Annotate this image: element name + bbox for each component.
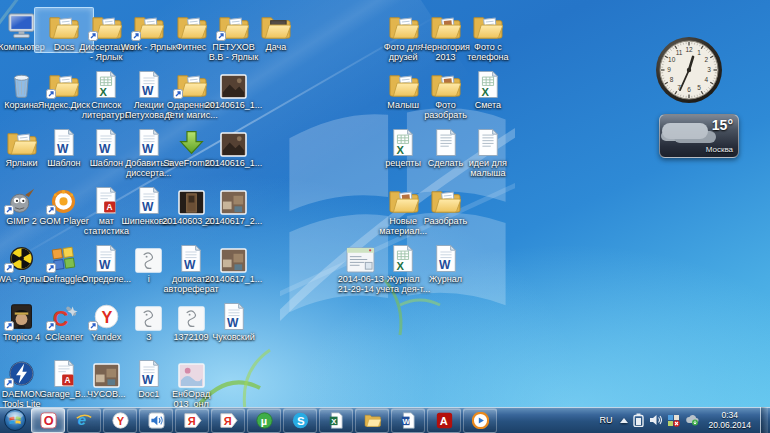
- windows-orb-icon: [4, 409, 26, 431]
- svg-text:A: A: [64, 376, 70, 386]
- svg-text:W: W: [439, 257, 451, 271]
- tray-date: 20.06.2014: [708, 420, 751, 430]
- svg-text:µ: µ: [260, 414, 266, 426]
- taskbar-button-yandex-app[interactable]: Я: [175, 408, 209, 433]
- shortcut-arrow-icon: [46, 89, 56, 99]
- svg-text:2: 2: [705, 56, 709, 63]
- word-icon: W: [417, 240, 475, 273]
- shortcut-arrow-icon: [131, 31, 141, 41]
- taskbar-button-opera[interactable]: O: [31, 408, 65, 433]
- svg-text:W: W: [99, 257, 111, 271]
- svg-text:Y: Y: [101, 307, 112, 325]
- desktop: КомпьютерDocsДиссертация - ЯрлыкWork - Я…: [0, 0, 770, 433]
- svg-text:W: W: [142, 199, 154, 213]
- excel-icon: X: [459, 66, 517, 99]
- volume-icon[interactable]: [649, 414, 662, 426]
- shortcut-arrow-icon: [88, 321, 98, 331]
- desktop-icon-folder-dark[interactable]: Дача: [246, 7, 306, 53]
- battery-icon[interactable]: [633, 413, 644, 427]
- taskbar-button-audio[interactable]: [139, 408, 173, 433]
- svg-text:Я: Я: [187, 414, 195, 426]
- svg-text:1: 1: [697, 49, 701, 56]
- image-dark-icon: [205, 66, 263, 99]
- tray-time: 0:34: [708, 410, 751, 420]
- shortcut-arrow-icon: [4, 205, 14, 215]
- icon-label: Смета: [459, 100, 517, 110]
- shortcut-arrow-icon: [46, 205, 56, 215]
- svg-text:W: W: [57, 142, 69, 156]
- icon-label: Журнал: [417, 274, 475, 284]
- desktop-icon-excel[interactable]: XСмета: [458, 65, 518, 111]
- weather-city: Москва: [706, 145, 733, 154]
- word-icon: W: [205, 298, 263, 331]
- icon-label: 20140616_1...: [205, 100, 263, 110]
- image-photo-icon: [205, 182, 263, 215]
- svg-text:S: S: [296, 414, 304, 426]
- taskbar-button-gom[interactable]: [463, 408, 497, 433]
- taskbar-button-utorrent[interactable]: µ: [247, 408, 281, 433]
- svg-text:X: X: [100, 86, 108, 98]
- taskbar-button-ybrowser[interactable]: Y: [103, 408, 137, 433]
- folder-icon: [459, 8, 517, 41]
- desktop-icon-word[interactable]: WЧуковский: [204, 297, 264, 343]
- shortcut-arrow-icon: [46, 263, 56, 273]
- shortcut-arrow-icon: [4, 378, 14, 388]
- desktop-icon-folder[interactable]: Фото с телефона: [458, 7, 518, 63]
- svg-text:W: W: [403, 416, 411, 425]
- icon-label: Фото с телефона: [459, 42, 517, 62]
- svg-text:12: 12: [685, 46, 693, 53]
- taskbar-button-excel[interactable]: X: [319, 408, 353, 433]
- action-center-icon[interactable]: [667, 414, 680, 427]
- taskbar-button-yandex-app[interactable]: Я: [211, 408, 245, 433]
- svg-text:W: W: [142, 84, 154, 98]
- svg-text:A: A: [107, 202, 113, 212]
- image-dark-icon: [205, 124, 263, 157]
- folder-icon: [417, 182, 475, 215]
- show-desktop-button[interactable]: [760, 407, 768, 433]
- svg-text:X: X: [481, 86, 489, 98]
- image-photo-icon: [205, 240, 263, 273]
- desktop-icon-image-dark[interactable]: 20140616_1...: [204, 65, 264, 111]
- svg-text:e: e: [78, 411, 87, 428]
- image-light-icon: [162, 355, 220, 388]
- hidden-icons-arrow[interactable]: [620, 418, 628, 423]
- taskbar-button-explorer[interactable]: [355, 408, 389, 433]
- language-indicator[interactable]: RU: [596, 413, 615, 427]
- desktop-icon-text[interactable]: идеи для малыша: [458, 123, 518, 179]
- icon-label: идеи для малыша: [459, 158, 517, 178]
- icon-label: Дача: [247, 42, 305, 52]
- svg-text:W: W: [142, 373, 154, 387]
- sync-cloud-icon[interactable]: [685, 414, 699, 426]
- folder-dark-icon: [247, 8, 305, 41]
- desktop-icon-image-dark[interactable]: 20140616_1...: [204, 123, 264, 169]
- svg-text:W: W: [184, 257, 196, 271]
- taskbar-button-adobe[interactable]: A: [427, 408, 461, 433]
- desktop-icon-word[interactable]: WЖурнал: [416, 239, 476, 285]
- taskbar: OeYЯЯµSXWA RU 0:34 20.06.2014: [0, 407, 770, 433]
- shortcut-arrow-icon: [4, 263, 14, 273]
- taskbar-button-skype[interactable]: S: [283, 408, 317, 433]
- desktop-icon-image-photo[interactable]: 20140617_1...: [204, 239, 264, 285]
- svg-text:10: 10: [668, 56, 676, 63]
- start-button[interactable]: [0, 407, 30, 433]
- svg-text:X: X: [331, 416, 337, 425]
- weather-gadget[interactable]: 15° Москва: [659, 114, 739, 158]
- svg-text:W: W: [227, 315, 239, 329]
- icon-label: 20140617_2...: [205, 216, 263, 226]
- icon-label: 20140617_1...: [205, 274, 263, 284]
- desktop-icon-image-light[interactable]: ЕнбОрад 013_онл: [161, 354, 221, 410]
- svg-text:O: O: [43, 413, 53, 428]
- tray-clock[interactable]: 0:34 20.06.2014: [704, 410, 755, 430]
- svg-text:5: 5: [697, 84, 701, 91]
- taskbar-button-ie[interactable]: e: [67, 408, 101, 433]
- taskbar-button-word[interactable]: W: [391, 408, 425, 433]
- svg-text:11: 11: [676, 49, 683, 56]
- shortcut-arrow-icon: [173, 89, 183, 99]
- shortcut-arrow-icon: [46, 321, 56, 331]
- desktop-icon-folder[interactable]: Разобрать: [416, 181, 476, 227]
- svg-text:A: A: [439, 415, 447, 427]
- svg-text:8: 8: [670, 76, 674, 83]
- clock-gadget[interactable]: 123456789101112: [655, 36, 723, 104]
- desktop-icon-image-photo[interactable]: 20140617_2...: [204, 181, 264, 227]
- svg-text:W: W: [99, 142, 111, 156]
